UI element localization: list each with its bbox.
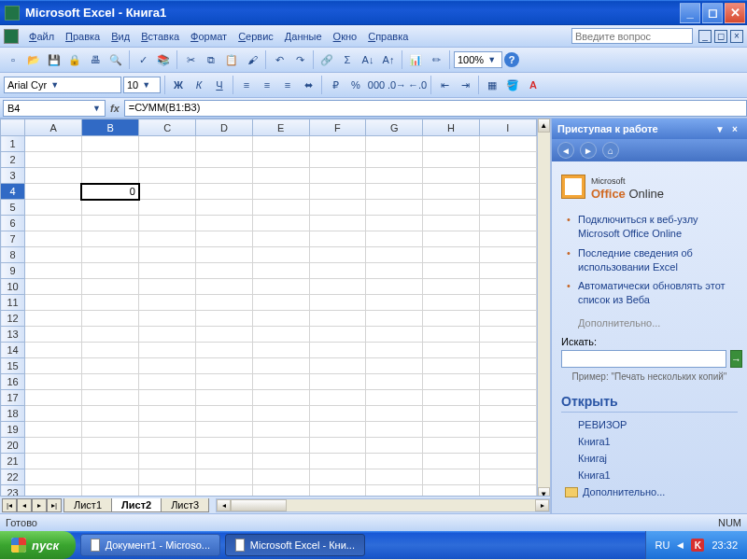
cell-G11[interactable]	[366, 295, 423, 311]
cell-E22[interactable]	[252, 469, 309, 485]
cell-G14[interactable]	[366, 343, 423, 358]
align-left-button[interactable]: ≡	[237, 76, 256, 94]
cell-I6[interactable]	[479, 216, 536, 231]
col-header-H[interactable]: H	[423, 119, 480, 136]
minimize-button[interactable]: _	[680, 3, 700, 23]
cell-I20[interactable]	[479, 438, 536, 454]
cell-F2[interactable]	[309, 152, 366, 168]
cell-I23[interactable]	[479, 485, 536, 497]
cell-I19[interactable]	[479, 422, 536, 438]
cell-I8[interactable]	[479, 247, 536, 263]
row-header-1[interactable]: 1	[1, 136, 25, 152]
cell-A3[interactable]	[25, 168, 82, 184]
cell-F14[interactable]	[309, 343, 366, 358]
taskpane-link[interactable]: Подключиться к веб-узлу Microsoft Office…	[567, 210, 738, 244]
sort-desc-button[interactable]: A↑	[379, 50, 398, 69]
cell-D1[interactable]	[196, 136, 253, 152]
cell-H11[interactable]	[423, 295, 480, 311]
cell-G7[interactable]	[366, 231, 423, 247]
sort-asc-button[interactable]: A↓	[359, 50, 377, 69]
row-header-12[interactable]: 12	[1, 311, 25, 327]
cell-I14[interactable]	[479, 343, 536, 358]
cell-F1[interactable]	[309, 136, 366, 152]
mdi-close-button[interactable]: ×	[730, 30, 743, 43]
row-header-19[interactable]: 19	[1, 422, 25, 438]
cell-F19[interactable]	[309, 422, 366, 438]
cell-F21[interactable]	[309, 454, 366, 469]
spelling-button[interactable]: ✓	[134, 50, 152, 69]
taskpane-search-go-button[interactable]: →	[730, 350, 742, 368]
row-header-7[interactable]: 7	[1, 231, 25, 247]
cell-C2[interactable]	[139, 152, 196, 168]
cell-C19[interactable]	[139, 422, 196, 438]
cell-D14[interactable]	[196, 343, 253, 358]
cell-E23[interactable]	[252, 485, 309, 497]
select-all-corner[interactable]	[1, 119, 25, 136]
bold-button[interactable]: Ж	[169, 76, 188, 94]
cell-E15[interactable]	[252, 358, 309, 374]
cell-A15[interactable]	[25, 358, 82, 374]
cell-H19[interactable]	[423, 422, 480, 438]
borders-button[interactable]: ▦	[483, 76, 501, 94]
row-header-18[interactable]: 18	[1, 406, 25, 422]
cell-B9[interactable]	[81, 263, 138, 279]
cell-F6[interactable]	[309, 216, 366, 231]
cell-D3[interactable]	[196, 168, 253, 184]
cell-B14[interactable]	[81, 343, 138, 358]
cell-I5[interactable]	[479, 200, 536, 216]
cell-B11[interactable]	[81, 295, 138, 311]
cell-F20[interactable]	[309, 438, 366, 454]
cell-B3[interactable]	[81, 168, 138, 184]
cell-F4[interactable]	[309, 184, 366, 200]
row-header-2[interactable]: 2	[1, 152, 25, 168]
cell-B13[interactable]	[81, 327, 138, 343]
undo-button[interactable]: ↶	[270, 50, 289, 69]
fx-icon[interactable]: fx	[110, 103, 120, 114]
align-right-button[interactable]: ≡	[278, 76, 297, 94]
cell-H9[interactable]	[423, 263, 480, 279]
cell-B4[interactable]: 0	[81, 184, 138, 200]
cell-E19[interactable]	[252, 422, 309, 438]
recent-file-link[interactable]: Книга1	[561, 467, 738, 483]
cell-C5[interactable]	[139, 200, 196, 216]
menu-Формат[interactable]: Формат	[185, 28, 233, 45]
merge-center-button[interactable]: ⬌	[299, 76, 317, 94]
preview-button[interactable]: 🔍	[106, 50, 125, 69]
cell-D6[interactable]	[196, 216, 253, 231]
cell-H2[interactable]	[423, 152, 480, 168]
cell-D4[interactable]	[196, 184, 253, 200]
comma-button[interactable]: 000	[367, 76, 386, 94]
row-header-15[interactable]: 15	[1, 358, 25, 374]
cell-A6[interactable]	[25, 216, 82, 231]
cell-D12[interactable]	[196, 311, 253, 327]
row-header-23[interactable]: 23	[1, 485, 25, 497]
taskpane-search-input[interactable]	[561, 350, 726, 368]
horizontal-scrollbar[interactable]: ◂▸	[216, 498, 550, 512]
taskpane-close-button[interactable]: ×	[728, 122, 741, 135]
row-header-11[interactable]: 11	[1, 295, 25, 311]
cell-G21[interactable]	[366, 454, 423, 469]
italic-button[interactable]: К	[190, 76, 208, 94]
cell-C22[interactable]	[139, 469, 196, 485]
cell-E12[interactable]	[252, 311, 309, 327]
taskbar-app-button[interactable]: Документ1 - Microso...	[80, 534, 220, 556]
cell-E7[interactable]	[252, 231, 309, 247]
taskpane-more-link[interactable]: Дополнительно...	[561, 317, 738, 329]
cell-A19[interactable]	[25, 422, 82, 438]
cell-B15[interactable]	[81, 358, 138, 374]
cell-H18[interactable]	[423, 406, 480, 422]
cell-E9[interactable]	[252, 263, 309, 279]
menu-Правка[interactable]: Правка	[60, 28, 106, 45]
fill-color-button[interactable]: 🪣	[503, 76, 522, 94]
cell-I17[interactable]	[479, 390, 536, 406]
cell-C16[interactable]	[139, 374, 196, 390]
redo-button[interactable]: ↷	[290, 50, 309, 69]
cell-A16[interactable]	[25, 374, 82, 390]
cell-D21[interactable]	[196, 454, 253, 469]
cell-A10[interactable]	[25, 279, 82, 295]
close-button[interactable]: ✕	[725, 3, 745, 23]
cell-C6[interactable]	[139, 216, 196, 231]
cell-G4[interactable]	[366, 184, 423, 200]
cell-E14[interactable]	[252, 343, 309, 358]
cell-D22[interactable]	[196, 469, 253, 485]
